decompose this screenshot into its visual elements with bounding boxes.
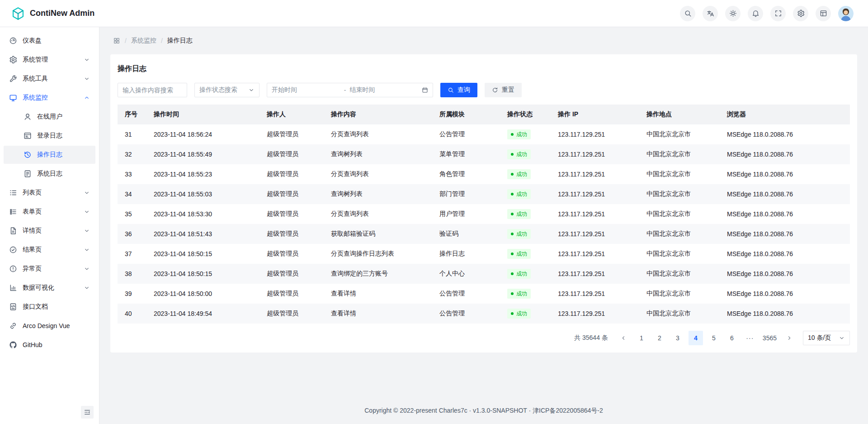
sidebar-item-label: Arco Design Vue (23, 322, 70, 329)
sidebar-item-system-log[interactable]: 系统日志 (4, 165, 95, 183)
sidebar-item-system-tools[interactable]: 系统工具 (4, 70, 95, 88)
table-row: 34 2023-11-04 18:55:03 超级管理员 查询树列表 部门管理 … (118, 184, 850, 204)
page-number-button[interactable]: 3 (670, 331, 685, 345)
ip-cell: 123.117.129.251 (551, 224, 639, 244)
ip-cell: 123.117.129.251 (551, 144, 639, 164)
sidebar-item-login-log[interactable]: 登录日志 (4, 127, 95, 145)
header-icon-button[interactable] (816, 6, 831, 21)
sidebar-collapse-button[interactable] (81, 406, 94, 419)
sidebar-item-label: GitHub (23, 341, 42, 348)
status-label: 成功 (516, 250, 527, 258)
translate-icon (707, 10, 714, 17)
sidebar-item-arco-design-vue[interactable]: Arco Design Vue (4, 317, 95, 335)
content-cell: 查询树列表 (324, 184, 432, 204)
sidebar-item-system-monitor[interactable]: 系统监控 (4, 89, 95, 107)
location-cell: 中国北京北京市 (639, 264, 720, 284)
ip-cell: 123.117.129.251 (551, 284, 639, 304)
chevron-down-icon (839, 335, 845, 341)
header-icon-button[interactable] (748, 6, 763, 21)
user-avatar-image (838, 6, 854, 21)
status-cell: 成功 (500, 284, 551, 304)
sidebar-item-online-users[interactable]: 在线用户 (4, 108, 95, 126)
header-icon-button[interactable] (770, 6, 786, 21)
chevron-up-icon (84, 95, 90, 101)
status-label: 成功 (516, 310, 527, 318)
sidebar-item-exception-pages[interactable]: 异常页 (4, 260, 95, 278)
start-time-placeholder: 开始时间 (272, 86, 340, 94)
sidebar-item-result-pages[interactable]: 结果页 (4, 241, 95, 259)
page-number-button[interactable]: 4 (689, 331, 703, 345)
chevron-down-icon (84, 190, 90, 196)
page-number-button[interactable]: 1 (634, 331, 649, 345)
sidebar-item-label: 系统管理 (23, 56, 48, 64)
column-header: 操作 IP (551, 105, 639, 124)
status-cell: 成功 (500, 224, 551, 244)
sidebar-item-operation-log[interactable]: 操作日志 (4, 146, 95, 164)
list-icon (9, 189, 17, 197)
status-cell: 成功 (500, 144, 551, 164)
status-dot-icon (511, 233, 514, 235)
sidebar-item-detail-pages[interactable]: 详情页 (4, 222, 95, 240)
breadcrumb: / 系统监控 / 操作日志 (99, 27, 868, 54)
avatar[interactable] (838, 6, 854, 21)
chevron-left-icon (620, 335, 627, 341)
sidebar-item-api-docs[interactable]: 接口文档 (4, 298, 95, 316)
date-range-picker[interactable]: 开始时间 - 结束时间 (267, 83, 433, 97)
sidebar-item-github[interactable]: GitHub (4, 336, 95, 354)
prev-page-button[interactable] (616, 331, 631, 345)
page-number-button[interactable]: 3565 (761, 331, 778, 345)
sidebar-item-list-pages[interactable]: 列表页 (4, 184, 95, 202)
page-number-button[interactable]: 6 (725, 331, 739, 345)
user-icon (24, 113, 32, 121)
page-number-button[interactable]: ··· (743, 331, 757, 345)
sidebar-item-data-visualization[interactable]: 数据可视化 (4, 279, 95, 297)
sidebar-item-label: 系统工具 (23, 75, 48, 83)
browser-cell: MSEdge 118.0.2088.76 (720, 164, 850, 184)
page-size-select[interactable]: 10 条/页 (803, 331, 850, 345)
chevron-down-icon (84, 209, 90, 215)
next-page-button[interactable] (782, 331, 797, 345)
sidebar-item-form-pages[interactable]: 表单页 (4, 203, 95, 221)
location-cell: 中国北京北京市 (639, 184, 720, 204)
header-icon-button[interactable] (793, 6, 808, 21)
content-cell: 分页查询列表 (324, 204, 432, 224)
time-cell: 2023-11-04 18:50:00 (146, 284, 259, 304)
module-cell: 验证码 (432, 224, 500, 244)
apps-icon[interactable] (113, 37, 120, 44)
status-label: 成功 (516, 131, 527, 138)
page-number-button[interactable]: 2 (652, 331, 667, 345)
header-icon-button[interactable] (703, 6, 718, 21)
ip-cell: 123.117.129.251 (551, 204, 639, 224)
header-icon-button[interactable] (725, 6, 741, 21)
search-button[interactable]: 查询 (440, 83, 477, 97)
chevron-down-icon (248, 87, 255, 93)
page-number-button[interactable]: 5 (707, 331, 721, 345)
sidebar-item-label: 在线用户 (37, 113, 62, 121)
seq-cell: 32 (118, 144, 146, 164)
status-select[interactable]: 操作状态搜索 (194, 83, 259, 97)
page-size-value: 10 条/页 (808, 334, 831, 342)
status-dot-icon (511, 193, 514, 195)
continew-logo-icon (11, 6, 25, 21)
operation-content-input[interactable] (118, 83, 187, 97)
sidebar-item-dashboard[interactable]: 仪表盘 (4, 32, 95, 50)
status-cell: 成功 (500, 204, 551, 224)
app-logo[interactable]: ContiNew Admin (11, 6, 94, 21)
pagination: 共 35644 条 1 2 3 4 (118, 324, 850, 345)
dashboard-icon (9, 37, 17, 45)
reset-button[interactable]: 重置 (485, 83, 522, 97)
sidebar: 仪表盘 系统管理 系统工具 系统监控 (0, 27, 99, 424)
module-cell: 用户管理 (432, 204, 500, 224)
header-icon-button[interactable] (680, 6, 695, 21)
status-label: 成功 (516, 210, 527, 218)
breadcrumb-item[interactable]: 系统监控 (131, 37, 156, 45)
seq-cell: 33 (118, 164, 146, 184)
sidebar-item-system-management[interactable]: 系统管理 (4, 51, 95, 69)
table-row: 32 2023-11-04 18:55:49 超级管理员 查询树列表 菜单管理 … (118, 144, 850, 164)
form-icon (9, 208, 17, 216)
browser-cell: MSEdge 118.0.2088.76 (720, 204, 850, 224)
table-row: 37 2023-11-04 18:50:15 超级管理员 分页查询操作日志列表 … (118, 244, 850, 264)
search-icon (448, 87, 454, 93)
column-header: 操作状态 (500, 105, 551, 124)
breadcrumb-item[interactable]: 操作日志 (167, 37, 193, 45)
